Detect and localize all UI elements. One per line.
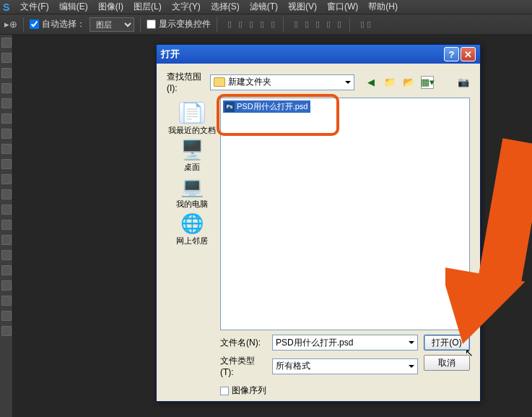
menu-window[interactable]: 窗口(W)	[327, 1, 358, 13]
network-label: 网上邻居	[176, 236, 208, 246]
lookin-dropdown[interactable]: 新建文件夹	[210, 74, 354, 90]
recent-icon: 📄	[179, 102, 205, 124]
tool-8[interactable]	[1, 144, 12, 154]
image-sequence-label: 图像序列	[232, 384, 266, 397]
back-icon[interactable]: ◀	[365, 76, 378, 89]
separator	[283, 17, 284, 32]
auto-select-mode[interactable]: 图层	[90, 17, 134, 32]
mycomputer-label: 我的电脑	[176, 199, 208, 210]
folder-icon	[214, 77, 225, 87]
menu-edit[interactable]: 编辑(E)	[59, 1, 88, 13]
image-sequence-checkbox[interactable]	[220, 387, 229, 395]
align-options[interactable]: ▯ ▯ ▯ ▯ ▯	[227, 20, 277, 29]
tool-12[interactable]	[1, 205, 12, 215]
tool-13[interactable]	[1, 220, 12, 230]
tool-20[interactable]	[1, 326, 12, 336]
help-button[interactable]: ?	[444, 47, 459, 61]
auto-select-input[interactable]	[30, 20, 39, 29]
tool-2[interactable]	[1, 53, 12, 63]
menu-view[interactable]: 视图(V)	[288, 1, 317, 13]
up-icon[interactable]: 📁	[383, 76, 396, 89]
menu-help[interactable]: 帮助(H)	[368, 1, 398, 13]
filename-value: PSD用什么打开.psd	[276, 337, 353, 349]
favorite-icon[interactable]: 📷	[457, 76, 470, 89]
close-button[interactable]: ✕	[461, 47, 476, 61]
show-transform-label: 显示变换控件	[159, 18, 211, 30]
tool-16[interactable]	[1, 265, 12, 275]
show-transform-input[interactable]	[147, 20, 156, 29]
network-icon: 🌐	[179, 212, 205, 234]
tool-15[interactable]	[1, 250, 12, 260]
menu-type[interactable]: 文字(Y)	[172, 1, 201, 13]
annotation-highlight	[217, 94, 339, 136]
auto-select-label: 自动选择：	[42, 18, 85, 30]
open-button[interactable]: 打开(O)	[424, 335, 470, 351]
recent-label: 我最近的文档	[168, 125, 216, 136]
filetype-combo[interactable]: 所有格式	[272, 358, 418, 374]
filetype-label: 文件类型(T):	[220, 355, 268, 377]
filename-label: 文件名(N):	[220, 337, 268, 349]
tool-palette	[0, 35, 13, 417]
tool-19[interactable]	[1, 311, 12, 321]
tool-14[interactable]	[1, 235, 12, 245]
tool-1[interactable]	[1, 38, 12, 48]
tool-10[interactable]	[1, 174, 12, 184]
dialog-title: 打开	[161, 48, 442, 61]
sidebar-network[interactable]: 🌐 网上邻居	[167, 212, 217, 246]
menu-select[interactable]: 选择(S)	[211, 1, 240, 13]
mycomputer-icon: 💻	[179, 176, 205, 197]
lookin-label: 查找范围(I):	[167, 71, 206, 93]
new-folder-icon[interactable]: 📂	[402, 76, 415, 89]
separator	[349, 17, 350, 32]
sidebar-desktop[interactable]: 🖥️ 桌面	[167, 139, 217, 173]
more-options[interactable]: ▯▯	[360, 20, 373, 29]
tool-5[interactable]	[1, 98, 12, 108]
file-list-pane[interactable]: Ps PSD用什么打开.psd	[220, 98, 470, 330]
tool-3[interactable]	[1, 68, 12, 78]
tool-17[interactable]	[1, 280, 12, 291]
app-logo: S	[3, 1, 9, 13]
open-dialog: 打开 ? ✕ 查找范围(I): 新建文件夹 ◀ 📁 📂 ▦▾ 📷 📄 我最近的文	[156, 44, 481, 402]
separator	[23, 17, 24, 32]
dialog-titlebar[interactable]: 打开 ? ✕	[157, 45, 480, 64]
show-transform-checkbox[interactable]: 显示变换控件	[147, 18, 211, 30]
move-tool-icon[interactable]: ▸⊕	[4, 19, 17, 30]
separator	[217, 17, 217, 32]
filetype-value: 所有格式	[276, 360, 310, 372]
distribute-options[interactable]: ▯ ▯ ▯ ▯ ▯	[294, 20, 344, 29]
separator	[140, 17, 141, 32]
tool-6[interactable]	[1, 113, 12, 124]
desktop-icon: 🖥️	[179, 139, 205, 160]
sidebar-mycomputer[interactable]: 💻 我的电脑	[167, 176, 217, 210]
tool-11[interactable]	[1, 189, 12, 199]
view-menu-icon[interactable]: ▦▾	[421, 76, 434, 89]
menu-image[interactable]: 图像(I)	[98, 1, 123, 13]
tool-4[interactable]	[1, 83, 12, 93]
cancel-button[interactable]: 取消	[424, 355, 470, 371]
auto-select-checkbox[interactable]: 自动选择：	[30, 18, 85, 30]
sidebar-recent[interactable]: 📄 我最近的文档	[167, 102, 217, 136]
places-sidebar: 📄 我最近的文档 🖥️ 桌面 💻 我的电脑 🌐 网上邻居	[167, 98, 217, 330]
menu-layer[interactable]: 图层(L)	[134, 1, 162, 13]
desktop-label: 桌面	[184, 162, 200, 173]
tool-7[interactable]	[1, 129, 12, 139]
tool-9[interactable]	[1, 159, 12, 169]
filename-combo[interactable]: PSD用什么打开.psd	[272, 335, 418, 351]
lookin-value: 新建文件夹	[228, 76, 271, 88]
menu-filter[interactable]: 滤镜(T)	[250, 1, 278, 13]
tool-18[interactable]	[1, 296, 12, 306]
menu-file[interactable]: 文件(F)	[20, 1, 48, 13]
